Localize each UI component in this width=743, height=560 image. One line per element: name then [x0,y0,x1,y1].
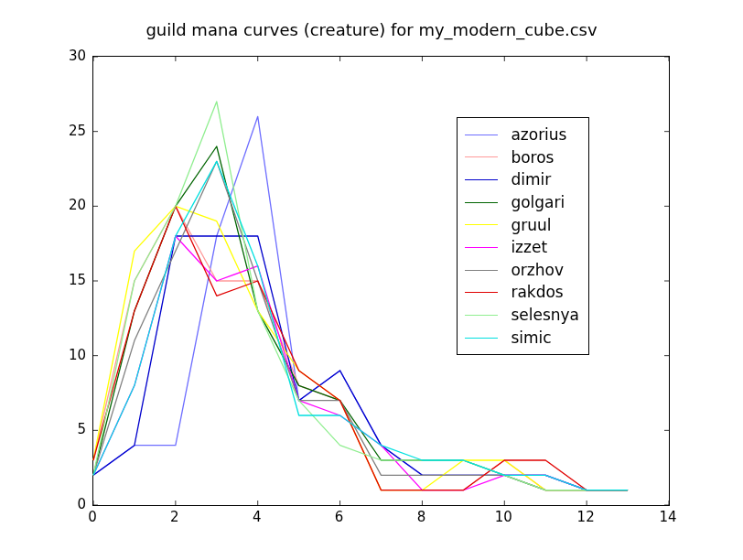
legend-swatch [465,135,498,135]
y-tick-label: 25 [49,123,86,139]
legend-swatch [465,315,498,316]
legend-label: golgari [511,191,565,214]
legend-entry-boros: boros [465,146,579,169]
legend-swatch [465,292,498,293]
legend-label: rakdos [511,281,563,304]
legend-label: selesnya [511,304,579,327]
y-tick-label: 10 [49,347,86,363]
legend: azoriusborosdimirgolgarigruulizzetorzhov… [457,117,589,355]
y-tick-label: 20 [49,197,86,213]
legend-entry-simic: simic [465,327,579,350]
legend-entry-golgari: golgari [465,191,579,214]
legend-label: izzet [511,236,547,259]
x-tick-label: 0 [88,509,97,525]
legend-label: gruul [511,214,551,237]
chart-title: guild mana curves (creature) for my_mode… [0,20,743,39]
x-tick-label: 2 [170,509,179,525]
legend-entry-azorius: azorius [465,124,579,146]
legend-label: dimir [511,168,551,191]
y-tick-label: 5 [49,421,86,437]
legend-entry-gruul: gruul [465,214,579,237]
legend-swatch [465,179,498,180]
y-tick-label: 15 [49,272,86,288]
y-tick-label: 0 [49,496,86,512]
legend-swatch [465,202,498,203]
x-tick-label: 6 [335,509,344,525]
plot-area: azoriusborosdimirgolgarigruulizzetorzhov… [92,56,670,506]
legend-entry-rakdos: rakdos [465,281,579,304]
legend-swatch [465,224,498,225]
legend-swatch [465,338,498,339]
legend-entry-selesnya: selesnya [465,304,579,327]
figure: guild mana curves (creature) for my_mode… [0,0,743,560]
x-tick-label: 8 [417,509,426,525]
legend-entry-orzhov: orzhov [465,259,579,282]
x-tick-label: 12 [577,509,595,525]
legend-swatch [465,247,498,248]
legend-label: boros [511,146,554,169]
y-tick-label: 30 [49,48,86,64]
x-tick-label: 4 [253,509,262,525]
legend-label: simic [511,327,551,350]
legend-entry-dimir: dimir [465,168,579,191]
legend-swatch [465,270,498,271]
x-tick-label: 14 [659,509,676,525]
legend-label: orzhov [511,259,564,282]
legend-label: azorius [511,124,566,146]
legend-entry-izzet: izzet [465,236,579,259]
x-tick-label: 10 [495,509,512,525]
legend-swatch [465,156,498,157]
